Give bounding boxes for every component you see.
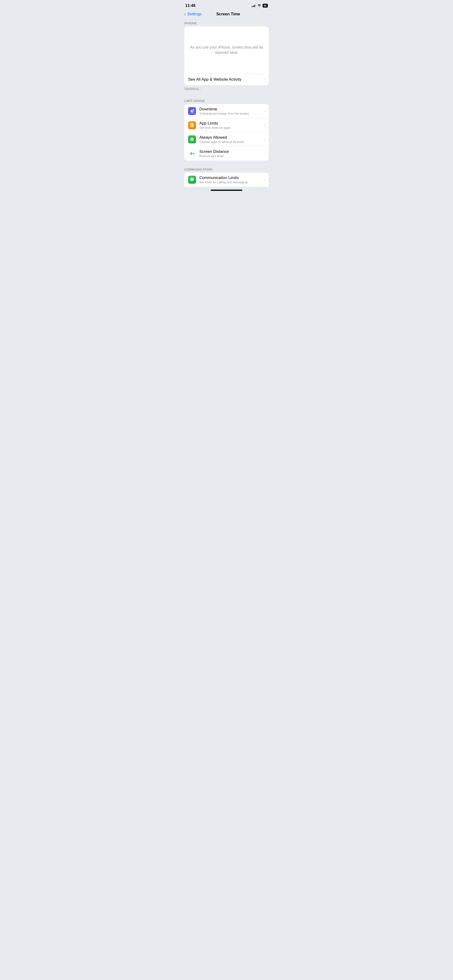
back-button[interactable]: ‹ Settings — [184, 11, 202, 17]
svg-point-7 — [191, 179, 192, 180]
downtime-subtitle: Schedule time away from the screen — [199, 112, 264, 115]
back-label: Settings — [187, 12, 202, 16]
app-limits-chevron-icon: › — [264, 123, 265, 127]
app-limits-title: App Limits — [199, 121, 264, 126]
always-allowed-icon — [188, 135, 196, 143]
downtime-title: Downtime — [199, 107, 264, 111]
screen-distance-icon — [188, 150, 196, 158]
screen-distance-title: Screen Distance — [199, 149, 264, 154]
screen-distance-chevron-icon: › — [264, 151, 265, 156]
comm-limits-icon — [188, 176, 196, 184]
app-limits-icon — [188, 121, 196, 129]
page-title: Screen Time — [202, 12, 255, 16]
downtime-icon — [188, 107, 196, 115]
battery-indicator: 86 — [263, 4, 268, 8]
list-item-comm-limits[interactable]: Communication Limits Set limits for call… — [184, 173, 269, 187]
svg-rect-5 — [191, 126, 192, 126]
downtime-text: Downtime Schedule time away from the scr… — [199, 107, 264, 115]
usage-placeholder: As you use your iPhone, screen time will… — [189, 45, 264, 56]
activity-row[interactable]: See All App & Website Activity › — [184, 74, 269, 85]
app-limits-subtitle: Set time limits for apps — [199, 126, 264, 129]
always-allowed-subtitle: Choose apps to allow at all times — [199, 140, 264, 144]
always-allowed-text: Always Allowed Choose apps to allow at a… — [199, 135, 264, 144]
section-label-limit: LIMIT USAGE — [180, 97, 273, 104]
list-item-app-limits[interactable]: App Limits Set time limits for apps › — [184, 118, 269, 132]
usage-chart-area: As you use your iPhone, screen time will… — [184, 26, 269, 73]
comm-limits-subtitle: Set limits for calling and messaging — [199, 180, 264, 184]
home-indicator — [211, 189, 242, 191]
updating-text: Updating... — [180, 85, 273, 92]
always-allowed-title: Always Allowed — [199, 135, 264, 140]
communication-card: Communication Limits Set limits for call… — [184, 173, 269, 187]
status-bar: 11:46 86 — [180, 0, 273, 10]
svg-point-8 — [192, 179, 193, 180]
chevron-right-icon: › — [264, 77, 265, 82]
activity-label: See All App & Website Activity — [188, 77, 241, 82]
limit-usage-card: Downtime Schedule time away from the scr… — [184, 104, 269, 161]
usage-card: As you use your iPhone, screen time will… — [184, 26, 269, 85]
list-item-screen-distance[interactable]: Screen Distance Reduce eye strain › — [184, 146, 269, 161]
battery-level: 86 — [263, 4, 268, 8]
wifi-icon — [257, 4, 261, 8]
screen-distance-subtitle: Reduce eye strain — [199, 154, 264, 158]
screen-distance-text: Screen Distance Reduce eye strain — [199, 149, 264, 158]
section-label-iphone: IPHONE — [180, 19, 273, 26]
list-item-downtime[interactable]: Downtime Schedule time away from the scr… — [184, 104, 269, 118]
comm-limits-chevron-icon: › — [264, 178, 265, 182]
svg-rect-3 — [191, 124, 193, 124]
downtime-chevron-icon: › — [264, 109, 265, 113]
comm-limits-text: Communication Limits Set limits for call… — [199, 175, 264, 184]
back-chevron-icon: ‹ — [184, 11, 186, 17]
comm-limits-title: Communication Limits — [199, 175, 264, 180]
signal-icon — [252, 4, 256, 7]
section-label-communication: COMMUNICATION — [180, 166, 273, 173]
list-item-always-allowed[interactable]: Always Allowed Choose apps to allow at a… — [184, 132, 269, 146]
status-icons: 86 — [252, 4, 268, 8]
always-allowed-chevron-icon: › — [264, 137, 265, 142]
svg-rect-4 — [191, 125, 193, 126]
app-limits-text: App Limits Set time limits for apps — [199, 121, 264, 129]
status-time: 11:46 — [185, 3, 195, 8]
nav-bar: ‹ Settings Screen Time — [180, 10, 273, 19]
